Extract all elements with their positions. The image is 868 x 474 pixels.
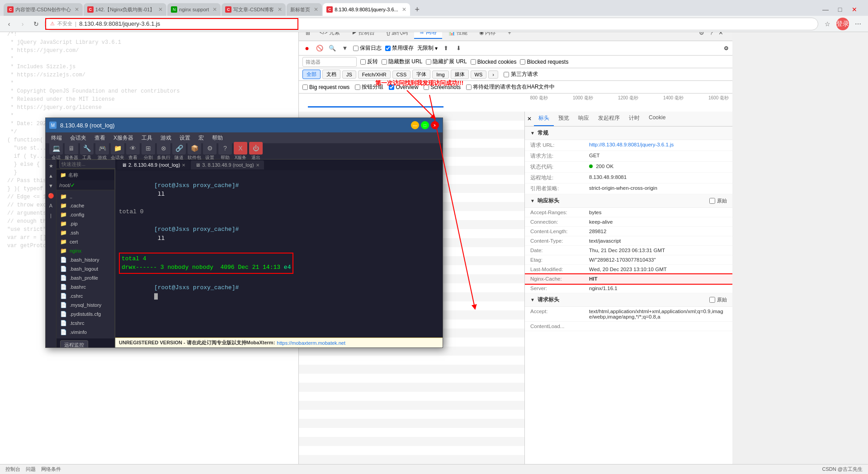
filter-all[interactable]: 全部	[302, 70, 321, 79]
menu-macro[interactable]: 宏	[195, 133, 208, 143]
devtools-settings-gear[interactable]: ⚙	[724, 45, 729, 52]
response-headers-section[interactable]: 响应标头 原始	[525, 194, 732, 208]
detail-tab-headers[interactable]: 标头	[534, 112, 554, 126]
left-btn-4[interactable]: 🔴	[47, 191, 56, 200]
fb-item-tcshrc[interactable]: 📄 .tcshrc	[57, 319, 114, 328]
group-by-checkbox[interactable]: 按钮分组	[355, 83, 383, 91]
new-tab-button[interactable]: +	[411, 3, 424, 16]
left-btn-2[interactable]: ▲	[47, 171, 56, 180]
blocked-cookies-checkbox[interactable]: Blocked cookies	[471, 59, 517, 65]
left-btn-6[interactable]: |	[47, 211, 56, 220]
tab-close-6[interactable]: ✕	[402, 6, 406, 13]
third-party-checkbox[interactable]: 第三方请求	[504, 70, 538, 78]
status-console[interactable]: 控制台	[5, 466, 20, 473]
fb-item-bashrc[interactable]: 📄 .bashrc	[57, 282, 114, 291]
filter-img[interactable]: Img	[432, 70, 448, 79]
fb-item-bash-logout[interactable]: 📄 .bash_logout	[57, 264, 114, 273]
har-include-checkbox[interactable]: 将待处理的请求包含在HAR文件中	[466, 83, 555, 91]
tab-close-4[interactable]: ✕	[278, 6, 282, 13]
toolbar-games[interactable]: 🎮 游戏	[95, 142, 109, 161]
unreg-link[interactable]: https://mobaxterm.mobatek.net	[277, 340, 345, 346]
filter-button[interactable]: ▼	[340, 44, 349, 53]
detail-tab-preview[interactable]: 预览	[554, 112, 574, 126]
menu-help[interactable]: 帮助	[208, 133, 226, 143]
tab-close-2[interactable]: ✕	[158, 6, 163, 13]
toolbar-packages[interactable]: 📦 软件包	[188, 142, 201, 161]
fb-item-pydistutils[interactable]: 📄 .pydistutils.cfg	[57, 310, 114, 319]
fb-item-mysql-history[interactable]: 📄 .mysql_history	[57, 300, 114, 310]
profile-icon[interactable]: 登录	[836, 18, 849, 30]
invert-checkbox[interactable]: 反转	[360, 58, 378, 66]
tab-new[interactable]: 新标签页 ✕	[287, 3, 322, 16]
filter-js[interactable]: JS	[342, 70, 356, 79]
terminal-tab-3[interactable]: 🖥 3. 8.130.48.9 (root_log) ✕	[191, 160, 264, 169]
filter-ws[interactable]: WS	[471, 70, 487, 79]
left-btn-3[interactable]: ▼	[47, 181, 56, 190]
hide-ext-url-checkbox[interactable]: 隐藏扩展 URL	[426, 58, 467, 66]
back-button[interactable]: ‹	[4, 19, 14, 29]
fb-item-cert[interactable]: 📁 cert	[57, 237, 114, 246]
minimize-window-button[interactable]: —	[411, 121, 419, 129]
close-window-button[interactable]: ✕	[431, 121, 439, 129]
toolbar-view-tab[interactable]: 👁 查看	[126, 142, 140, 161]
request-headers-section[interactable]: 请求标头 原始	[525, 293, 732, 307]
left-btn-1[interactable]: ★	[47, 161, 56, 170]
tab-write-csdn[interactable]: C 写文章-CSDN博客 ✕	[222, 3, 286, 16]
menu-terminal[interactable]: 终端	[47, 133, 66, 143]
menu-tools[interactable]: 工具	[138, 133, 156, 143]
filter-media[interactable]: 媒体	[451, 70, 469, 79]
no-throttle-select[interactable]: 无限制 ▾	[417, 44, 438, 52]
close-browser-button[interactable]: ✕	[848, 3, 861, 16]
export-button[interactable]: ⬇	[454, 44, 463, 53]
toolbar-sessions-tab[interactable]: 📁 会话夹	[111, 142, 124, 161]
blocked-requests-checkbox[interactable]: Blocked requests	[520, 59, 568, 65]
record-button[interactable]: ●	[302, 44, 311, 53]
tab-close-5[interactable]: ✕	[314, 6, 318, 13]
forward-button[interactable]: ›	[17, 19, 28, 29]
maximize-button[interactable]: □	[834, 3, 846, 16]
status-network[interactable]: 网络条件	[41, 466, 61, 473]
address-bar[interactable]: ⚠ 不安全 | 8.130.48.9:8081/jquery-3.6.1.js	[44, 18, 818, 30]
big-rows-checkbox[interactable]: Big request rows	[302, 84, 349, 90]
general-section-header[interactable]: 常规	[525, 127, 732, 140]
toolbar-xservice[interactable]: X X服务	[234, 142, 247, 161]
fb-item-nginx[interactable]: 📁 nginx	[57, 246, 114, 255]
import-button[interactable]: ⬆	[441, 44, 450, 53]
filter-fetch[interactable]: Fetch/XHR	[358, 70, 391, 79]
detail-tab-initiator[interactable]: 发起程序	[594, 112, 624, 126]
toolbar-multi[interactable]: ⊗ 多执行	[157, 142, 170, 161]
minimize-button[interactable]: —	[819, 3, 832, 16]
fb-item-ssh[interactable]: 📁 .ssh	[57, 228, 114, 237]
response-raw-checkbox[interactable]: 原始	[709, 197, 727, 204]
detail-tab-timing[interactable]: 计时	[624, 112, 644, 126]
fb-item-bash-history[interactable]: 📄 .bash_history	[57, 255, 114, 264]
toolbar-tools[interactable]: 🔧 工具	[80, 142, 94, 161]
tab-nginx-lb[interactable]: C 142.【Nginx负载均衡-01】 ✕	[84, 3, 166, 16]
fb-item-config[interactable]: 📁 .config	[57, 210, 114, 219]
toolbar-session[interactable]: 💻 会话	[49, 142, 63, 161]
menu-settings[interactable]: 设置	[176, 133, 194, 143]
toolbar-help[interactable]: ? 帮助	[218, 142, 232, 161]
tab-csdn-content[interactable]: C 内容管理-CSDN创作中心 ✕	[4, 3, 83, 16]
menu-xserver[interactable]: X服务器	[110, 133, 137, 143]
screenshots-checkbox[interactable]: Screenshots	[424, 84, 461, 90]
fb-item-viminfo[interactable]: 📄 .viminfo	[57, 328, 114, 337]
request-raw-checkbox[interactable]: 原始	[709, 296, 727, 303]
fb-item-cshrc[interactable]: 📄 .cshrc	[57, 291, 114, 300]
filter-doc[interactable]: 文档	[322, 70, 340, 79]
reload-button[interactable]: ↻	[31, 19, 42, 29]
hide-data-url-checkbox[interactable]: 隐藏数据 URL	[382, 58, 422, 66]
filter-more[interactable]: ›	[488, 70, 498, 79]
toolbar-settings-icon[interactable]: ⚙ 设置	[203, 142, 217, 161]
terminal-tab-3-close[interactable]: ✕	[256, 163, 259, 168]
toolbar-split[interactable]: ⊞ 分割	[142, 142, 155, 161]
remote-monitor-button[interactable]: 远程监控	[60, 340, 88, 348]
filter-input[interactable]	[302, 57, 357, 67]
clear-button[interactable]: 🚫	[315, 44, 324, 53]
filter-font[interactable]: 字体	[412, 70, 430, 79]
fb-item-parent[interactable]: 📁 ..	[57, 192, 114, 201]
tab-jquery[interactable]: C 8.130.48.9:8081/jquery-3.6... ✕	[323, 3, 410, 16]
maximize-window-button[interactable]: □	[421, 121, 429, 129]
toolbar-server[interactable]: 🖥 服务器	[65, 142, 78, 161]
overview-checkbox[interactable]: Overview	[389, 84, 418, 90]
